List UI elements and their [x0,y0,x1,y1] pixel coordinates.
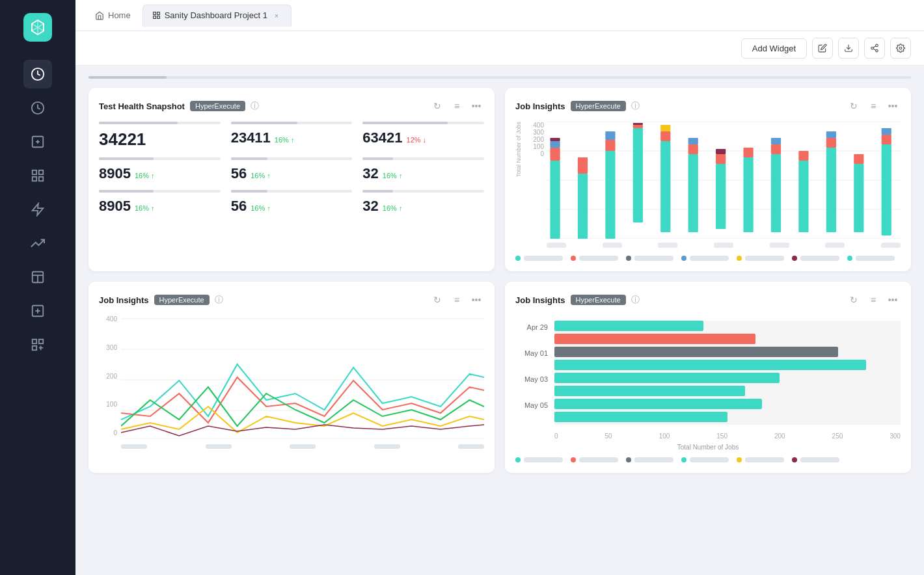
share-button[interactable] [864,38,885,59]
job-insights-bl-info[interactable]: ⓘ [215,294,223,306]
legend-gray [626,256,673,261]
svg-rect-5 [33,177,36,181]
legend-dot [626,256,631,261]
stat-change: 16% ↑ [251,204,271,212]
tab-active-label: Sanity Dashboard Project 1 [165,10,267,20]
hbar-fill [554,347,838,357]
scroll-area[interactable]: Test Health Snapshot HyperExecute ⓘ ↻ ≡ … [75,66,924,575]
legend-coral [571,256,618,261]
hbar-row-teal3 [515,412,901,425]
sidebar [0,0,75,575]
svg-line-26 [873,46,876,47]
stat-change: 16% ↑ [383,204,403,212]
hbar-track [554,399,901,412]
hbar-fill [554,373,780,383]
hbar-fill [554,412,727,422]
hbar-track [554,347,901,360]
stat-bar [362,190,484,193]
sidebar-item-widgets[interactable] [23,330,52,359]
job-insights-br-info[interactable]: ⓘ [631,294,640,306]
svg-rect-41 [605,131,615,140]
dashboard-tab-icon [152,11,161,20]
more-btn-br[interactable]: ••• [885,292,901,308]
stacked-bar-chart [547,122,901,239]
sidebar-item-grid[interactable] [23,161,52,190]
job-insights-bottom-left-widget: Job Insights HyperExecute ⓘ ↻ ≡ ••• 400 … [88,282,495,473]
sidebar-item-add[interactable] [23,297,52,325]
test-health-info-icon[interactable]: ⓘ [251,100,259,112]
filter-btn[interactable]: ≡ [865,98,881,114]
more-button[interactable]: ••• [469,98,484,114]
hbar-track [554,373,901,386]
filter-btn-br[interactable]: ≡ [865,292,881,308]
refresh-btn[interactable]: ↻ [846,98,862,114]
main-content: Home Sanity Dashboard Project 1 × Add Wi… [75,0,924,575]
sidebar-item-layout[interactable] [23,263,52,291]
stat-item-23411: 23411 16% ↑ [231,122,353,150]
svg-rect-16 [33,346,36,350]
settings-button[interactable] [890,38,911,59]
add-widget-button[interactable]: Add Widget [741,38,807,59]
legend-item-6 [792,457,839,462]
home-icon [95,11,104,20]
sidebar-item-trending[interactable] [23,229,52,258]
svg-rect-59 [798,161,808,232]
y-axis-labels-line: 400 300 200 100 0 [99,315,117,439]
filter-btn-bl[interactable]: ≡ [449,292,465,308]
stat-inline: 56 16% ↑ [231,165,353,182]
job-insights-bl-title: Job Insights [99,295,149,305]
legend-blue [681,256,729,261]
more-btn[interactable]: ••• [885,98,901,114]
download-icon [844,44,853,53]
svg-rect-18 [157,12,159,15]
svg-rect-44 [633,123,643,125]
stat-change: 12% ↓ [407,136,427,144]
legend-item-4 [681,457,729,462]
svg-rect-6 [39,177,43,181]
scroll-thumb [88,76,167,79]
refresh-btn-bl[interactable]: ↻ [429,292,445,308]
stat-inline: 56 16% ↑ [231,198,353,215]
stat-inline: 23411 16% ↑ [231,129,353,146]
logo[interactable] [23,13,52,42]
svg-point-22 [876,44,878,47]
line-chart-svg-container [121,315,484,449]
refresh-button[interactable]: ↻ [429,98,445,114]
svg-rect-48 [688,154,698,232]
stat-bar [99,122,221,124]
more-btn-bl[interactable]: ••• [469,292,484,308]
sidebar-item-zap[interactable] [23,195,52,224]
svg-rect-17 [153,12,156,15]
stat-item-63421: 63421 12% ↓ [362,122,484,150]
sidebar-item-bolt[interactable] [23,127,52,156]
job-insights-top-header: Job Insights HyperExecute ⓘ ↻ ≡ ••• [515,98,901,114]
refresh-btn-br[interactable]: ↻ [846,292,862,308]
share-icon [870,44,879,53]
sidebar-item-dashboard[interactable] [23,60,52,88]
stat-bar [362,122,484,124]
stat-item-34221: 34221 [99,122,221,150]
tab-close-button[interactable]: × [271,10,282,21]
svg-rect-34 [550,148,560,161]
download-button[interactable] [838,38,859,59]
svg-rect-38 [578,157,588,174]
tab-home[interactable]: Home [86,5,140,25]
legend-dot [847,256,852,261]
job-insights-top-badge: HyperExecute [571,101,626,111]
filter-button[interactable]: ≡ [449,98,465,114]
tab-active[interactable]: Sanity Dashboard Project 1 × [143,5,292,27]
legend-item-1 [515,457,563,462]
hbar-label: May 01 [515,349,548,357]
job-insights-top-title: Job Insights [515,101,565,111]
edit-button[interactable] [812,38,833,59]
job-insights-top-info[interactable]: ⓘ [631,100,640,112]
legend-dot [681,457,686,462]
svg-rect-40 [605,140,615,151]
legend-dot [737,256,742,261]
sidebar-item-history[interactable] [23,94,52,122]
svg-rect-49 [688,144,698,154]
job-insights-top-widget: Job Insights HyperExecute ⓘ ↻ ≡ ••• Tota… [505,88,911,271]
svg-point-23 [871,47,874,49]
svg-rect-20 [157,16,159,19]
hbar-fill [554,321,703,331]
